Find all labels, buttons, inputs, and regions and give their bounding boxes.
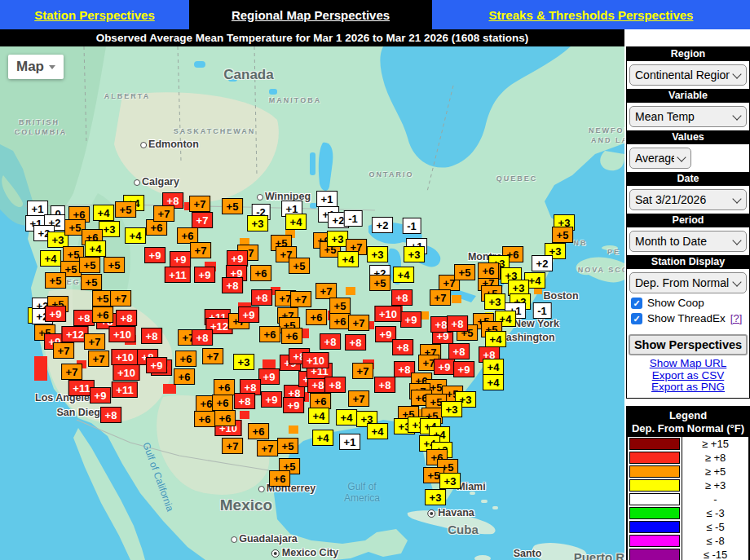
station-label[interactable]: +8 [73,310,95,326]
station-label[interactable]: +4 [483,359,504,375]
station-label[interactable]: -1 [533,302,552,319]
station-label[interactable]: +9 [453,361,474,377]
station-label[interactable]: +6 [329,313,351,329]
station-label[interactable]: +9 [45,306,66,322]
date-select[interactable]: Sat 3/21/2026 [629,189,747,210]
station-label[interactable]: +1 [316,191,338,207]
station-label[interactable]: +7 [257,440,278,456]
station-label[interactable]: +4 [338,251,359,267]
station-label[interactable]: +8 [234,393,255,409]
station-label[interactable]: +6 [214,379,235,395]
station-label[interactable]: +7 [430,289,451,306]
station-label[interactable]: +8 [374,377,395,393]
station-label[interactable]: +5 [104,257,125,273]
station-label[interactable]: +6 [194,411,215,427]
station-label[interactable]: +3 [367,246,388,262]
tab-station-perspectives[interactable]: Station Perspectives [0,0,189,29]
station-label[interactable]: +7 [189,196,210,212]
station-label[interactable]: +7 [348,315,369,331]
station-label[interactable]: -1 [403,218,421,234]
station-label[interactable]: +6 [310,393,331,409]
station-label[interactable]: +4 [125,227,146,244]
station-label[interactable]: +9 [227,250,248,267]
station-label[interactable]: +7 [315,283,337,299]
station-label[interactable]: +8 [192,329,213,346]
station-label[interactable]: +8 [345,334,366,351]
station-label[interactable]: +6 [306,309,327,325]
station-label[interactable]: +6 [478,262,499,279]
station-label[interactable]: +8 [141,328,162,344]
variable-select[interactable]: Mean Temp [629,106,747,127]
checkbox-show-threadex[interactable]: ✓ [631,313,642,324]
station-label[interactable]: +7 [190,242,211,258]
station-label[interactable]: +9 [434,359,455,375]
station-label[interactable]: +3 [441,401,462,417]
link-export-as-png[interactable]: Export as PNG [627,381,749,394]
station-label[interactable]: +6 [212,395,233,411]
period-select[interactable]: Month to Date [629,231,747,252]
station-label[interactable]: +3 [404,246,425,262]
station-label[interactable]: +6 [214,410,236,426]
station-label[interactable]: +9 [144,247,165,263]
station-label[interactable]: +5 [289,258,310,274]
station-label[interactable]: +9 [90,387,111,403]
station-label[interactable]: +6 [177,227,198,244]
station-label[interactable]: +5 [329,298,351,314]
station-label[interactable]: +3 [247,215,268,231]
station-label[interactable]: +9 [258,368,280,385]
tab-regional-map-perspectives[interactable]: Regional Map Perspectives [189,0,432,29]
show-perspectives-button[interactable]: Show Perspectives [629,334,748,355]
station-label[interactable]: +4 [285,214,307,230]
station-label[interactable]: +4 [93,205,114,221]
station-label[interactable]: +3 [327,231,348,247]
station-label[interactable]: +3 [439,473,461,489]
station-label[interactable]: +6 [175,351,196,367]
station-label[interactable]: +8 [320,333,341,350]
station-label[interactable]: +3 [233,354,254,370]
station-label[interactable]: +2 [372,217,393,233]
station-label[interactable]: +9 [261,391,282,408]
station-label[interactable]: +4 [393,267,414,283]
station-label[interactable]: +7 [222,438,243,454]
station-label[interactable]: +5 [222,198,243,214]
station-label[interactable]: +6 [92,306,113,323]
station-label[interactable]: +4 [483,374,504,390]
station-label[interactable]: +9 [238,306,259,323]
station-label[interactable]: +4 [336,409,357,426]
values-select[interactable]: Average [629,148,691,169]
station-label[interactable]: +6 [269,470,290,487]
station-label[interactable]: +10 [112,364,139,381]
station-label[interactable]: +8 [391,289,412,306]
station-label[interactable]: +3 [425,489,446,505]
station-label[interactable]: +4 [85,240,106,257]
station-label[interactable]: +7 [61,364,82,380]
checkbox-show-coop[interactable]: ✓ [631,298,642,309]
station-label[interactable]: +7 [290,291,311,307]
station-label[interactable]: +11 [112,381,138,398]
station-label[interactable]: +5 [81,274,102,290]
station-label[interactable]: +4 [40,250,61,267]
station-label[interactable]: +5 [79,257,100,273]
station-label[interactable]: +6 [281,328,302,344]
station-label[interactable]: +5 [552,227,573,243]
station-label[interactable]: +3 [484,293,505,310]
station-label[interactable]: +4 [308,408,329,424]
station-label[interactable]: +8 [116,310,137,326]
station-label[interactable]: +4 [367,423,388,439]
station-label[interactable]: +4 [485,331,506,347]
station-label[interactable]: +2 [532,255,553,271]
station-label[interactable]: +10 [108,326,135,342]
station-label[interactable]: +4 [312,430,333,446]
station-label[interactable]: +8 [324,377,346,393]
help-link[interactable]: [?] [730,312,742,324]
station-label[interactable]: +5 [45,272,66,289]
station-label[interactable]: +5 [369,275,390,291]
station-label[interactable]: -1 [344,210,363,227]
station-label[interactable]: +10 [111,349,138,365]
station-label[interactable]: +9 [400,311,421,328]
station-label[interactable]: +7 [88,351,109,367]
station-label[interactable]: +7 [53,342,74,359]
station-display-select[interactable]: Dep. From Normal [629,272,747,293]
tab-streaks-thresholds-perspectives[interactable]: Streaks & Thresholds Perspectives [432,0,750,29]
station-label[interactable]: +6 [259,326,280,342]
